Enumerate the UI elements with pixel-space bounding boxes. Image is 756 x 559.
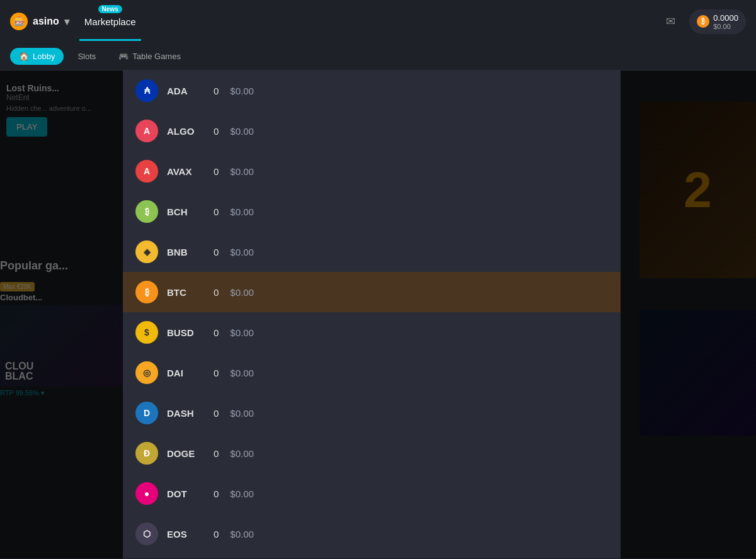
mail-icon[interactable]: ✉ <box>659 10 682 33</box>
casino-logo-icon: 🎰 <box>10 13 28 30</box>
table-games-icon: 🎮 <box>118 52 129 61</box>
coin-amount-dash: 0 <box>214 408 219 419</box>
coin-usd-dot: $0.00 <box>230 488 254 499</box>
coin-symbol-doge: DOGE <box>167 448 205 459</box>
casino-label: asino <box>33 16 59 27</box>
table-games-label: Table Games <box>132 52 181 61</box>
coin-usd-avax: $0.00 <box>230 166 254 177</box>
marketplace-badge: News <box>98 5 122 13</box>
table-games-button[interactable]: 🎮 Table Games <box>110 48 190 65</box>
coin-item-busd[interactable]: $BUSD0$0.00 <box>123 312 621 353</box>
coin-usd-algo: $0.00 <box>230 126 254 137</box>
coin-item-eos[interactable]: ⬡EOS0$0.00 <box>123 514 621 554</box>
second-navigation: 🏠 Lobby Slots 🎮 Table Games <box>0 43 756 71</box>
coin-item-dash[interactable]: DDASH0$0.00 <box>123 393 621 433</box>
marketplace-label: Marketplace <box>84 16 136 27</box>
top-navigation: 🎰 asino ▾ News Marketplace ✉ ₿ 0.0000 $0… <box>0 0 756 43</box>
coin-usd-btc: $0.00 <box>230 287 254 298</box>
coin-symbol-dash: DASH <box>167 408 205 419</box>
coin-usd-doge: $0.00 <box>230 448 254 459</box>
coin-amount-dai: 0 <box>214 368 219 378</box>
balance-button[interactable]: ₿ 0.0000 $0.00 <box>689 9 746 34</box>
coin-usd-busd: $0.00 <box>230 327 254 338</box>
coin-symbol-algo: ALGO <box>167 126 205 137</box>
nav-right: ✉ ₿ 0.0000 $0.00 <box>659 9 746 34</box>
coin-icon-busd: $ <box>135 321 158 344</box>
coin-item-bch[interactable]: ₿BCH0$0.00 <box>123 191 621 232</box>
content-area: Lost Ruins... NetEnt Hidden che... adven… <box>0 71 756 558</box>
coin-usd-eos: $0.00 <box>230 529 254 539</box>
coin-symbol-dai: DAI <box>167 368 205 378</box>
coin-usd-ada: $0.00 <box>230 86 254 96</box>
coin-symbol-dot: DOT <box>167 488 205 499</box>
coin-item-ada[interactable]: ₳ADA0$0.00 <box>123 71 621 111</box>
coin-icon-ada: ₳ <box>135 79 158 102</box>
currency-list: ₳ADA0$0.00AALGO0$0.00AAVAX0$0.00₿BCH0$0.… <box>123 71 621 558</box>
coin-amount-bnb: 0 <box>214 247 219 257</box>
coin-icon-btc: ₿ <box>135 281 158 303</box>
currency-dropdown: ₳ADA0$0.00AALGO0$0.00AAVAX0$0.00₿BCH0$0.… <box>123 71 621 558</box>
coin-item-doge[interactable]: ÐDOGE0$0.00 <box>123 433 621 473</box>
coin-symbol-bnb: BNB <box>167 247 205 257</box>
coin-icon-dot: ● <box>135 482 158 505</box>
home-icon: 🏠 <box>19 52 29 61</box>
coin-amount-avax: 0 <box>214 166 219 177</box>
coin-symbol-btc: BTC <box>167 287 205 298</box>
lobby-button[interactable]: 🏠 Lobby <box>10 48 64 65</box>
balance-amount: 0.0000 $0.00 <box>713 13 738 30</box>
coin-symbol-bch: BCH <box>167 206 205 217</box>
coin-icon-doge: Ð <box>135 442 158 465</box>
coin-amount-eos: 0 <box>214 529 219 539</box>
coin-amount-btc: 0 <box>214 287 219 298</box>
coin-icon-eos: ⬡ <box>135 522 158 545</box>
coin-amount-bch: 0 <box>214 206 219 217</box>
coin-usd-bch: $0.00 <box>230 206 254 217</box>
lobby-label: Lobby <box>33 52 55 61</box>
coin-symbol-ada: ADA <box>167 86 205 96</box>
slots-button[interactable]: Slots <box>69 48 105 65</box>
casino-logo[interactable]: 🎰 asino ▾ <box>10 13 69 30</box>
coin-icon-bnb: ◆ <box>135 240 158 263</box>
coin-item-btc[interactable]: ₿BTC0$0.00 <box>123 272 621 312</box>
coin-icon-dai: ◎ <box>135 361 158 384</box>
casino-dropdown-icon[interactable]: ▾ <box>64 16 69 28</box>
coin-item-eth[interactable]: ΞETH0$0.00 <box>123 554 621 558</box>
coin-icon-bch: ₿ <box>135 200 158 223</box>
coin-amount-doge: 0 <box>214 448 219 459</box>
coin-item-avax[interactable]: AAVAX0$0.00 <box>123 151 621 191</box>
coin-symbol-busd: BUSD <box>167 327 205 338</box>
coin-usd-dash: $0.00 <box>230 408 254 419</box>
background-page: 🎰 asino ▾ News Marketplace ✉ ₿ 0.0000 $0… <box>0 0 756 559</box>
coin-amount-dot: 0 <box>214 488 219 499</box>
coin-symbol-avax: AVAX <box>167 166 205 177</box>
coin-item-algo[interactable]: AALGO0$0.00 <box>123 111 621 151</box>
coin-usd-bnb: $0.00 <box>230 247 254 257</box>
coin-amount-algo: 0 <box>214 126 219 137</box>
coin-symbol-eos: EOS <box>167 529 205 539</box>
btc-icon: ₿ <box>697 15 709 28</box>
marketplace-nav-item[interactable]: News Marketplace <box>79 16 141 27</box>
coin-icon-avax: A <box>135 160 158 183</box>
coin-item-dot[interactable]: ●DOT0$0.00 <box>123 473 621 514</box>
slots-label: Slots <box>77 52 96 61</box>
coin-item-bnb[interactable]: ◆BNB0$0.00 <box>123 232 621 272</box>
coin-amount-busd: 0 <box>214 327 219 338</box>
coin-icon-dash: D <box>135 402 158 424</box>
coin-item-dai[interactable]: ◎DAI0$0.00 <box>123 353 621 393</box>
coin-amount-ada: 0 <box>214 86 219 96</box>
coin-icon-algo: A <box>135 120 158 142</box>
coin-usd-dai: $0.00 <box>230 368 254 378</box>
